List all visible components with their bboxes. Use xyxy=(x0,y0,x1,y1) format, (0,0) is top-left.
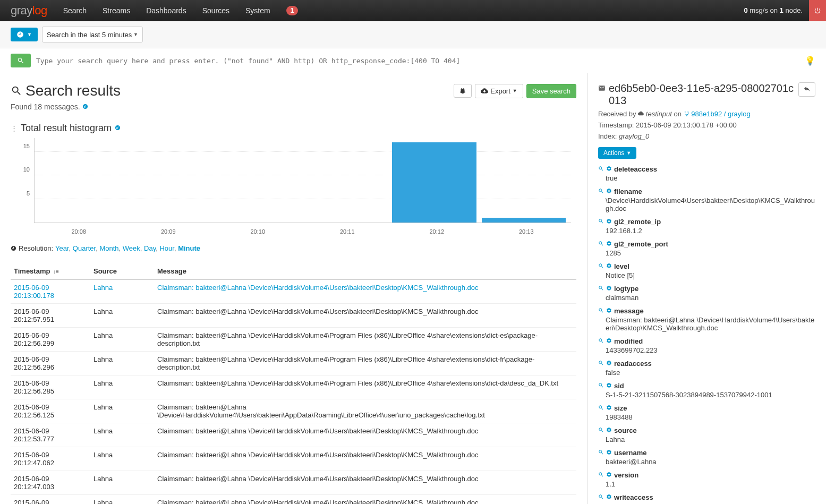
cell-message: Claimsman: bakteeri@Lahna \Device\Harddi… xyxy=(154,423,576,447)
resolution-week[interactable]: Week xyxy=(123,244,140,252)
notification-badge[interactable]: 1 xyxy=(286,6,299,15)
clock-icon xyxy=(11,245,16,251)
cell-timestamp: 2015-06-09 20:12:47.062 xyxy=(11,447,90,471)
search-icon[interactable] xyxy=(598,449,604,456)
search-icon[interactable] xyxy=(598,218,604,225)
time-range-type-button[interactable]: ▼ xyxy=(11,28,38,41)
search-icon[interactable] xyxy=(598,188,604,195)
gear-icon[interactable] xyxy=(606,449,612,456)
table-row[interactable]: 2015-06-09 20:12:47.003LahnaClaimsman: b… xyxy=(11,471,576,495)
chart-bar[interactable] xyxy=(392,142,476,223)
gear-icon[interactable] xyxy=(606,188,612,195)
search-icon[interactable] xyxy=(598,241,604,247)
field-value: true xyxy=(606,174,815,182)
gear-icon[interactable] xyxy=(606,427,612,434)
search-icon[interactable] xyxy=(598,405,604,412)
nav-sources[interactable]: Sources xyxy=(202,6,229,15)
back-button[interactable] xyxy=(798,82,815,97)
table-row[interactable]: 2015-06-09 20:12:53.777LahnaClaimsman: b… xyxy=(11,423,576,447)
dashboard-add-icon[interactable] xyxy=(115,124,121,132)
nav-search[interactable]: Search xyxy=(63,6,87,15)
field-value: Lahna xyxy=(606,435,815,443)
search-icon[interactable] xyxy=(598,338,604,345)
table-row[interactable]: 2015-06-09 20:12:56.296LahnaClaimsman: b… xyxy=(11,352,576,375)
field-name: modified xyxy=(614,337,643,345)
gear-icon[interactable] xyxy=(606,285,612,292)
gear-icon[interactable] xyxy=(606,382,612,389)
bug-button[interactable] xyxy=(454,84,472,98)
table-row[interactable]: 2015-06-09 20:12:56.299LahnaClaimsman: b… xyxy=(11,328,576,352)
time-range-row: ▼ Search in the last 5 minutes ▼ xyxy=(0,21,826,48)
power-button[interactable] xyxy=(809,0,826,21)
gear-icon[interactable] xyxy=(606,338,612,345)
cell-timestamp: 2015-06-09 20:12:56.125 xyxy=(11,399,90,423)
gear-icon[interactable] xyxy=(606,241,612,247)
sort-desc-icon: ↓≡ xyxy=(53,269,59,275)
resolution-quarter[interactable]: Quarter xyxy=(73,244,96,252)
gear-icon[interactable] xyxy=(606,472,612,479)
dashboard-add-icon[interactable] xyxy=(82,103,88,111)
field-value: 1285 xyxy=(606,249,815,257)
gear-icon[interactable] xyxy=(606,263,612,270)
histogram-title-row: ⋮ Total result histogram xyxy=(11,123,576,134)
gear-icon[interactable] xyxy=(606,494,612,501)
lightbulb-icon[interactable]: 💡 xyxy=(805,56,815,66)
field-deleteaccess: deleteaccesstrue xyxy=(598,165,815,182)
table-row[interactable]: 2015-06-09 20:12:47.062LahnaClaimsman: b… xyxy=(11,447,576,471)
search-icon[interactable] xyxy=(598,360,604,367)
search-icon[interactable] xyxy=(598,382,604,389)
search-icon[interactable] xyxy=(598,263,604,270)
resolution-month[interactable]: Month xyxy=(99,244,118,252)
gear-icon[interactable] xyxy=(606,405,612,412)
col-message[interactable]: Message xyxy=(154,263,576,280)
gear-icon[interactable] xyxy=(606,166,612,173)
search-icon[interactable] xyxy=(598,166,604,173)
gear-icon[interactable] xyxy=(606,218,612,225)
histogram-chart[interactable]: 5101520:0820:0920:1020:1120:1220:13 xyxy=(11,138,576,239)
table-row[interactable]: 2015-06-09 20:13:00.178LahnaClaimsman: b… xyxy=(11,280,576,304)
cell-message: Claimsman: bakteeri@Lahna \Device\Harddi… xyxy=(154,375,576,399)
search-icon[interactable] xyxy=(598,285,604,292)
table-row[interactable]: 2015-06-09 20:12:56.285LahnaClaimsman: b… xyxy=(11,375,576,399)
col-timestamp[interactable]: Timestamp ↓≡ xyxy=(11,263,90,280)
time-range-select[interactable]: Search in the last 5 minutes ▼ xyxy=(42,27,143,42)
cell-source: Lahna xyxy=(90,328,154,352)
cell-message: Claimsman: bakteeri@Lahna \Device\Harddi… xyxy=(154,280,576,304)
actions-button[interactable]: Actions ▼ xyxy=(598,147,636,159)
resolution-minute[interactable]: Minute xyxy=(178,244,200,252)
field-value: Claimsman: bakteeri@Lahna \Device\Harddi… xyxy=(606,316,815,332)
message-detail-panel: ed6b5eb0-0ee3-11e5-a295-08002701c013 Rec… xyxy=(587,73,815,504)
table-row[interactable]: 2015-06-09 20:12:57.951LahnaClaimsman: b… xyxy=(11,304,576,328)
logo[interactable]: graylog xyxy=(11,4,47,18)
field-name: filename xyxy=(614,187,642,195)
gear-icon[interactable] xyxy=(606,307,612,314)
gear-icon[interactable] xyxy=(606,360,612,367)
cell-timestamp: 2015-06-09 20:13:00.178 xyxy=(11,280,90,304)
chart-bar[interactable] xyxy=(482,218,566,223)
save-search-button[interactable]: Save search xyxy=(526,84,576,98)
resolution-hour[interactable]: Hour xyxy=(159,244,174,252)
resolution-year[interactable]: Year xyxy=(55,244,69,252)
search-button[interactable] xyxy=(11,54,31,67)
search-icon[interactable] xyxy=(598,307,604,314)
search-input[interactable] xyxy=(36,57,799,65)
field-name: version xyxy=(614,471,638,479)
nav-streams[interactable]: Streams xyxy=(103,6,130,15)
search-icon[interactable] xyxy=(598,472,604,479)
col-source[interactable]: Source xyxy=(90,263,154,280)
cell-timestamp: 2015-06-09 20:12:47.003 xyxy=(11,471,90,495)
table-row[interactable]: 2015-06-09 20:12:46.994LahnaClaimsman: b… xyxy=(11,495,576,505)
field-name: username xyxy=(614,449,646,457)
search-icon[interactable] xyxy=(598,427,604,434)
cell-source: Lahna xyxy=(90,280,154,304)
node-link[interactable]: 988e1b92 / graylog xyxy=(684,110,751,118)
search-icon[interactable] xyxy=(598,494,604,501)
table-row[interactable]: 2015-06-09 20:12:56.125LahnaClaimsman: b… xyxy=(11,399,576,423)
nav-dashboards[interactable]: Dashboards xyxy=(146,6,186,15)
export-button[interactable]: Export ▼ xyxy=(475,84,523,98)
resolution-day[interactable]: Day xyxy=(144,244,156,252)
chevron-down-icon: ▼ xyxy=(133,32,138,37)
drag-handle-icon[interactable]: ⋮ xyxy=(11,124,18,132)
main-column: Search results Export ▼ Save search Foun… xyxy=(11,73,576,504)
nav-system[interactable]: System xyxy=(245,6,270,15)
